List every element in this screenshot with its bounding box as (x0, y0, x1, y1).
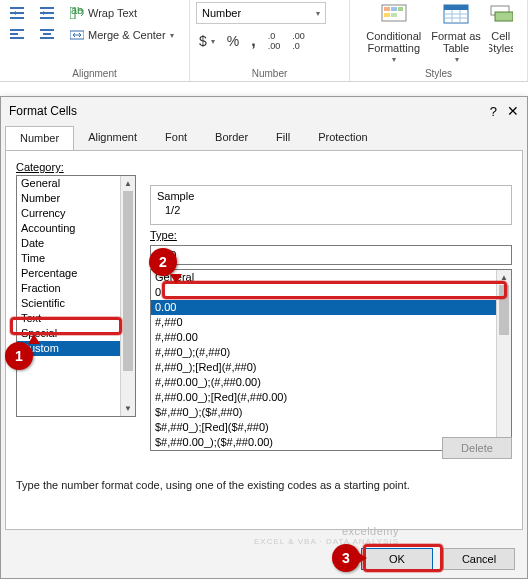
svg-rect-8 (391, 13, 397, 17)
list-item-label: General (21, 177, 60, 189)
conditional-formatting-button[interactable]: Conditional Formatting▾ (364, 2, 423, 67)
format-list[interactable]: General 0 0.00 #,##0 #,##0.00 #,##0_);(#… (150, 269, 512, 451)
list-item-label: #,##0_);[Red](#,##0) (155, 361, 257, 373)
tab-label: Font (165, 131, 187, 143)
list-item[interactable]: #,##0_);(#,##0) (151, 345, 511, 360)
list-item-label: #,##0_);(#,##0) (155, 346, 230, 358)
group-number: Number ▾ $▾ % , .0.00 .00.0 Number (190, 0, 350, 81)
list-item[interactable]: #,##0 (151, 315, 511, 330)
chevron-down-icon: ▾ (211, 37, 215, 46)
merge-center-label: Merge & Center (88, 29, 166, 41)
cancel-label: Cancel (462, 553, 496, 565)
type-input[interactable] (150, 245, 512, 265)
list-item[interactable]: Date (17, 236, 135, 251)
sample-label: Sample (157, 190, 505, 202)
ok-button[interactable]: OK (361, 548, 433, 570)
list-item[interactable]: Time (17, 251, 135, 266)
scroll-up-icon[interactable]: ▲ (497, 270, 511, 285)
increase-decimal-button[interactable]: .0.00 (265, 30, 284, 52)
list-item[interactable]: Percentage (17, 266, 135, 281)
scroll-thumb[interactable] (499, 285, 509, 335)
cell-styles-label: Cell Styles (489, 30, 513, 54)
wrap-text-button[interactable]: ab Wrap Text (66, 4, 140, 22)
comma-format-button[interactable]: , (248, 31, 258, 51)
tab-font[interactable]: Font (151, 126, 201, 151)
list-item-label: Number (21, 192, 60, 204)
ok-label: OK (389, 553, 405, 565)
list-item-label: Currency (21, 207, 66, 219)
format-as-table-button[interactable]: Format as Table▾ (429, 2, 483, 67)
list-item[interactable]: Number (17, 191, 135, 206)
scrollbar[interactable]: ▲ ▼ (496, 270, 511, 450)
number-format-select[interactable]: Number ▾ (196, 2, 326, 24)
chevron-down-icon: ▾ (392, 56, 396, 65)
tab-label: Alignment (88, 131, 137, 143)
list-item[interactable]: Currency (17, 206, 135, 221)
tab-number[interactable]: Number (5, 126, 74, 151)
close-button[interactable]: ✕ (507, 103, 519, 119)
list-item-label: $#,##0.00_);($#,##0.00) (155, 436, 273, 448)
help-button[interactable]: ? (490, 104, 497, 119)
list-item-label: $#,##0_);($#,##0) (155, 406, 242, 418)
scroll-up-icon[interactable]: ▲ (121, 176, 135, 191)
list-item[interactable]: Text (17, 311, 135, 326)
tab-protection[interactable]: Protection (304, 126, 382, 151)
tab-border[interactable]: Border (201, 126, 262, 151)
chevron-down-icon: ▾ (170, 31, 174, 40)
tab-label: Border (215, 131, 248, 143)
merge-center-button[interactable]: Merge & Center ▾ (66, 26, 177, 44)
cancel-button[interactable]: Cancel (443, 548, 515, 570)
scrollbar[interactable]: ▲ ▼ (120, 176, 135, 416)
format-as-table-icon (443, 4, 469, 28)
percent-format-button[interactable]: % (224, 32, 242, 50)
list-item[interactable]: $#,##0_);[Red]($#,##0) (151, 420, 511, 435)
list-item[interactable]: Scientific (17, 296, 135, 311)
category-label: Category: (16, 161, 512, 173)
list-item[interactable]: #,##0.00_);(#,##0.00) (151, 375, 511, 390)
list-item[interactable]: #,##0_);[Red](#,##0) (151, 360, 511, 375)
decrease-decimal-button[interactable]: .00.0 (289, 30, 308, 52)
sample-box: Sample 1/2 (150, 185, 512, 225)
merge-center-icon (69, 27, 85, 43)
cell-styles-button[interactable]: Cell Styles (489, 2, 513, 56)
annotation-step-1: 1 (5, 342, 33, 370)
scroll-down-icon[interactable]: ▼ (121, 401, 135, 416)
tab-alignment[interactable]: Alignment (74, 126, 151, 151)
category-list[interactable]: General Number Currency Accounting Date … (16, 175, 136, 417)
annotation-step-2: 2 (149, 248, 177, 276)
list-item[interactable]: #,##0.00 (151, 330, 511, 345)
tab-label: Protection (318, 131, 368, 143)
list-item-label: 0 (155, 286, 161, 298)
list-item[interactable]: $#,##0_);($#,##0) (151, 405, 511, 420)
svg-rect-7 (384, 13, 390, 17)
annotation-pointer-2 (170, 274, 182, 284)
watermark-tag: EXCEL & VBA · DATA ANALYSIS (254, 537, 399, 546)
type-label: Type: (150, 229, 512, 241)
align-left-button[interactable] (6, 26, 28, 44)
list-item-label: $#,##0_);[Red]($#,##0) (155, 421, 269, 433)
list-item[interactable]: General (151, 270, 511, 285)
list-item-label: Accounting (21, 222, 75, 234)
list-item[interactable]: Fraction (17, 281, 135, 296)
tab-fill[interactable]: Fill (262, 126, 304, 151)
delete-button[interactable]: Delete (442, 437, 512, 459)
svg-rect-6 (398, 7, 403, 11)
accounting-format-button[interactable]: $▾ (196, 32, 218, 50)
annotation-pointer-3 (357, 552, 367, 564)
align-left-icon (9, 27, 25, 43)
scroll-thumb[interactable] (123, 191, 133, 371)
list-item[interactable]: Accounting (17, 221, 135, 236)
align-center-icon (39, 27, 55, 43)
list-item[interactable]: 0 (151, 285, 511, 300)
format-as-table-label: Format as Table (431, 30, 481, 54)
align-center-button[interactable] (36, 26, 58, 44)
list-item-label: #,##0.00_);[Red](#,##0.00) (155, 391, 287, 403)
list-item[interactable]: General (17, 176, 135, 191)
list-item-label: Time (21, 252, 45, 264)
decrease-indent-button[interactable] (6, 4, 28, 22)
list-item-label: #,##0.00_);(#,##0.00) (155, 376, 261, 388)
list-item[interactable]: #,##0.00_);[Red](#,##0.00) (151, 390, 511, 405)
list-item-selected[interactable]: 0.00 (151, 300, 511, 315)
increase-indent-button[interactable] (36, 4, 58, 22)
percent-icon: % (227, 33, 239, 49)
